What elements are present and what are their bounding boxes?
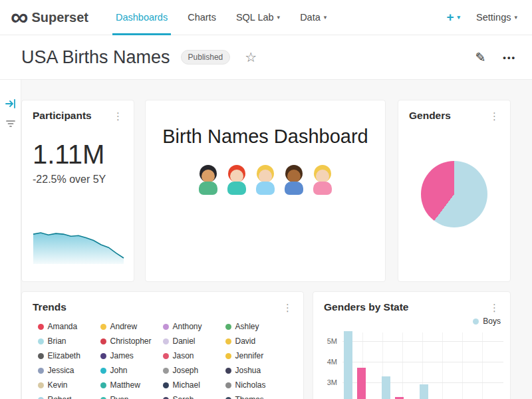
new-dropdown-button[interactable]: + ▾	[446, 10, 460, 25]
nav-label: SQL Lab	[236, 12, 274, 23]
legend-label: Joshua	[235, 366, 261, 375]
legend-label: Elizabeth	[48, 351, 80, 360]
legend-label: Ryan	[110, 395, 129, 399]
kebab-menu-icon[interactable]: ⋮	[487, 301, 502, 314]
chevron-down-icon: ▾	[277, 15, 281, 21]
bar-boys	[382, 376, 390, 399]
child-figure	[311, 165, 334, 197]
legend-item[interactable]: Thomas	[225, 395, 288, 399]
card-participants: Participants ⋮ 1.11M -22.5% over 5Y	[21, 100, 134, 282]
states-bar-chart[interactable]: 5M4M3M	[342, 332, 503, 399]
legend-item[interactable]: Andrew	[100, 322, 163, 331]
nav-item-data[interactable]: Data ▾	[290, 0, 336, 35]
children-illustration	[146, 165, 385, 197]
filter-icon[interactable]	[5, 118, 16, 129]
legend-item[interactable]: Ryan	[100, 395, 163, 399]
legend-item[interactable]: Robert	[38, 395, 100, 399]
card-title: Genders	[409, 110, 451, 122]
legend-item[interactable]: Brian	[38, 336, 100, 346]
legend-dot-icon	[38, 368, 44, 374]
legend-item[interactable]: Christopher	[100, 336, 163, 346]
legend-label: James	[110, 351, 134, 360]
legend-dot-icon	[225, 397, 231, 399]
favorite-star-icon[interactable]: ☆	[245, 49, 257, 65]
big-number-value: 1.11M	[33, 140, 134, 169]
legend-label: Daniel	[173, 336, 196, 346]
legend-dot-icon	[163, 324, 169, 330]
dashboard-grid: Participants ⋮ 1.11M -22.5% over 5Y Birt…	[0, 80, 532, 399]
legend-item[interactable]: Jennifer	[225, 351, 288, 360]
legend-item[interactable]: Elizabeth	[38, 351, 100, 360]
legend-item[interactable]: Ashley	[225, 322, 288, 331]
nav-item-charts[interactable]: Charts	[178, 0, 226, 35]
legend-dot-icon	[38, 324, 44, 330]
legend-dot-icon	[100, 368, 106, 374]
legend-item[interactable]: Matthew	[100, 380, 163, 390]
chevron-down-icon: ▾	[324, 15, 327, 21]
legend-label: Anthony	[173, 322, 202, 331]
card-title: Genders by State	[324, 301, 409, 313]
legend-item[interactable]: Sarah	[163, 395, 225, 399]
legend-dot-icon	[38, 397, 44, 399]
legend-dot-icon	[38, 338, 44, 344]
participants-sparkline-chart	[33, 229, 124, 264]
legend-item[interactable]: Joseph	[163, 366, 225, 375]
card-title: Participants	[33, 110, 92, 122]
legend-dot-icon	[100, 353, 106, 359]
y-axis-tick-label: 4M	[317, 358, 337, 366]
kebab-menu-icon[interactable]: ⋮	[110, 110, 126, 122]
nav-item-sql-lab[interactable]: SQL Lab ▾	[226, 0, 290, 35]
kebab-menu-icon[interactable]: ⋮	[280, 301, 295, 314]
legend-label: Andrew	[110, 322, 138, 331]
legend-item[interactable]: Michael	[163, 380, 225, 390]
gridline	[342, 382, 503, 383]
card-title: Trends	[33, 301, 66, 313]
legend-label: Nicholas	[235, 380, 266, 390]
settings-menu[interactable]: Settings ▾	[476, 12, 517, 23]
legend-item[interactable]: Nicholas	[225, 380, 288, 390]
published-badge[interactable]: Published	[181, 50, 231, 65]
brand-name[interactable]: Superset	[31, 10, 88, 25]
legend-item[interactable]: David	[225, 336, 288, 346]
legend-item[interactable]: Amanda	[38, 322, 100, 331]
nav-item-dashboards[interactable]: Dashboards	[106, 0, 178, 35]
legend-label: Jennifer	[235, 351, 264, 360]
legend-dot-icon	[163, 397, 169, 399]
expand-filter-bar-icon[interactable]	[5, 98, 16, 109]
legend-item[interactable]: James	[100, 351, 163, 360]
legend-item[interactable]: Joshua	[225, 366, 288, 375]
legend-dot-icon	[225, 382, 231, 388]
card-markdown: Birth Names Dashboard	[145, 100, 386, 282]
legend-label: Jason	[173, 351, 194, 360]
legend-dot-icon	[38, 382, 44, 388]
page-title: USA Births Names	[21, 47, 170, 68]
legend-item[interactable]: Jason	[163, 351, 225, 360]
nav-label: Dashboards	[116, 12, 168, 23]
dashboard-header: USA Births Names Published ☆ ✎ •••	[0, 35, 532, 80]
trends-legend: AmandaAndrewAnthonyAshleyBrianChristophe…	[22, 322, 303, 399]
legend-dot-icon	[163, 353, 169, 359]
legend-item[interactable]: Anthony	[163, 322, 225, 331]
genders-pie-chart[interactable]	[421, 161, 487, 227]
gridline	[482, 332, 483, 399]
kebab-menu-icon[interactable]: ⋮	[487, 110, 502, 122]
card-genders: Genders ⋮	[398, 100, 511, 282]
legend-label: Thomas	[235, 395, 264, 399]
bar-boys	[344, 331, 352, 399]
bar-boys	[420, 384, 428, 399]
legend-dot-icon	[473, 319, 479, 325]
y-axis-tick-label: 3M	[317, 378, 337, 386]
edit-pencil-icon[interactable]: ✎	[475, 50, 485, 65]
legend-dot-icon	[100, 338, 106, 344]
more-options-icon[interactable]: •••	[503, 53, 516, 63]
legend-item[interactable]: Kevin	[38, 380, 100, 390]
legend-dot-icon	[225, 368, 231, 374]
legend-item[interactable]: Boys	[473, 317, 501, 326]
states-legend: Boys	[313, 317, 510, 326]
legend-label: Amanda	[48, 322, 78, 331]
gridline	[442, 332, 443, 399]
legend-item[interactable]: Daniel	[163, 336, 225, 346]
legend-label: Kevin	[48, 380, 68, 390]
legend-item[interactable]: Jessica	[38, 366, 100, 375]
legend-item[interactable]: John	[100, 366, 163, 375]
